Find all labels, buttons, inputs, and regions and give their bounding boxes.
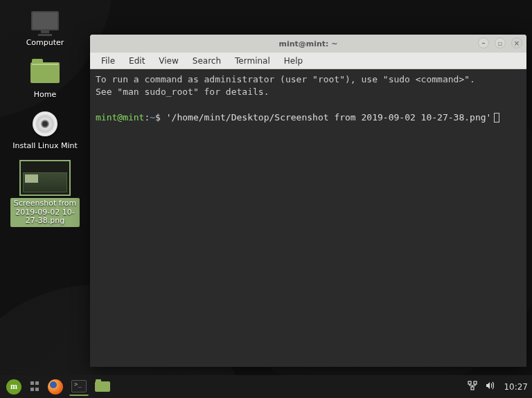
window-maximize-button[interactable]: ▫	[495, 37, 506, 48]
firefox-icon	[48, 379, 63, 395]
svg-rect-2	[471, 387, 474, 390]
desktop-icons: Computer Home Install Linux Mint Screens…	[0, 6, 90, 227]
terminal-body[interactable]: To run a command as administrator (user …	[90, 69, 526, 367]
taskbar-right: 10:27	[468, 381, 528, 392]
svg-rect-1	[474, 381, 477, 384]
window-title: mint@mint: ~	[278, 39, 337, 48]
terminal-icon	[71, 380, 87, 392]
terminal-window[interactable]: mint@mint: ~ – ▫ × File Edit View Search…	[90, 35, 526, 367]
taskbar-clock[interactable]: 10:27	[504, 382, 528, 392]
volume-tray-icon[interactable]	[486, 381, 495, 392]
folder-icon	[28, 57, 62, 88]
maximize-icon: ▫	[498, 39, 503, 47]
menu-file[interactable]: File	[96, 54, 121, 68]
disc-icon	[28, 109, 62, 139]
desktop-icon-computer[interactable]: Computer	[10, 6, 80, 48]
menu-terminal[interactable]: Terminal	[229, 54, 276, 68]
window-controls: – ▫ ×	[478, 37, 522, 48]
terminal-prompt-dollar: $	[155, 112, 161, 123]
taskbar-terminal-button[interactable]	[69, 378, 89, 396]
taskbar: m 10:27	[0, 375, 532, 398]
taskbar-files-button[interactable]	[93, 378, 112, 396]
terminal-motd-line: To run a command as administrator (user …	[96, 74, 475, 84]
terminal-prompt-path: ~	[150, 112, 155, 123]
terminal-motd-line: See "man sudo_root" for details.	[96, 87, 269, 97]
terminal-cursor	[494, 113, 499, 123]
minimize-icon: –	[482, 39, 486, 47]
window-menubar: File Edit View Search Terminal Help	[90, 53, 526, 69]
desktop-icon-label: Home	[34, 91, 56, 100]
desktop-icon-screenshot[interactable]: Screenshot from 2019-09-02 10-27-38.png	[10, 161, 80, 227]
thumbnail-icon	[20, 161, 70, 195]
menu-view[interactable]: View	[153, 54, 184, 68]
show-desktop-button[interactable]	[28, 379, 42, 395]
menu-edit[interactable]: Edit	[123, 54, 150, 68]
folder-icon	[95, 381, 110, 392]
computer-icon	[28, 6, 62, 36]
taskbar-left: m	[4, 378, 112, 396]
svg-rect-0	[468, 381, 471, 384]
start-menu-button[interactable]: m	[4, 378, 24, 396]
menu-help[interactable]: Help	[278, 54, 308, 68]
taskbar-firefox-button[interactable]	[46, 378, 65, 396]
network-tray-icon[interactable]	[468, 381, 477, 392]
menu-search[interactable]: Search	[187, 54, 227, 68]
close-icon: ×	[514, 39, 520, 47]
desktop-icon-label: Computer	[26, 39, 64, 48]
desktop-icon-label: Install Linux Mint	[12, 142, 78, 151]
desktop-icon-install[interactable]: Install Linux Mint	[10, 109, 80, 151]
terminal-command: '/home/mint/Desktop/Screenshot from 2019…	[166, 112, 492, 123]
window-minimize-button[interactable]: –	[478, 37, 489, 48]
desktop-icon-label: Screenshot from 2019-09-02 10-27-38.png	[10, 198, 80, 227]
terminal-prompt-userhost: mint@mint	[96, 112, 144, 123]
window-titlebar[interactable]: mint@mint: ~ – ▫ ×	[90, 35, 526, 53]
desktop-icon-home[interactable]: Home	[10, 57, 80, 100]
window-close-button[interactable]: ×	[511, 37, 522, 48]
mint-logo-icon: m	[6, 379, 21, 395]
